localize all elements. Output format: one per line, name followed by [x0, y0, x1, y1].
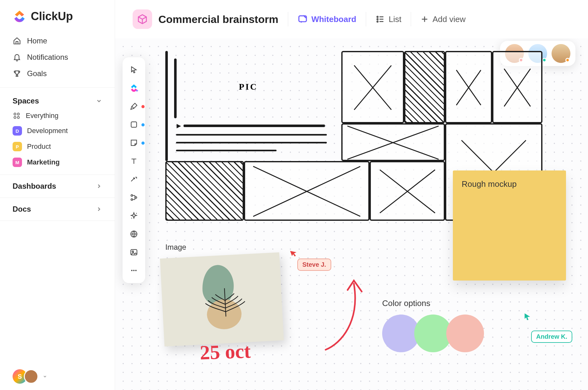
- space-product[interactable]: P Product: [0, 139, 115, 154]
- chevron-right-icon: [96, 183, 102, 189]
- space-everything[interactable]: Everything: [0, 109, 115, 123]
- space-label: Product: [27, 142, 51, 151]
- spaces-header[interactable]: Spaces: [0, 88, 115, 109]
- sidebar-item-home[interactable]: Home: [8, 33, 107, 49]
- nav-label: Docs: [13, 205, 31, 214]
- svg-point-15: [131, 195, 133, 196]
- nav-label: Dashboards: [13, 182, 56, 191]
- view-label: List: [389, 14, 401, 24]
- color-swatch[interactable]: [446, 315, 484, 352]
- plant-illustration: [199, 282, 251, 322]
- svg-point-6: [377, 19, 378, 20]
- nav-docs[interactable]: Docs: [0, 198, 115, 220]
- add-view-button[interactable]: Add view: [420, 14, 466, 24]
- view-list[interactable]: List: [376, 14, 401, 24]
- sidebar-item-notifications[interactable]: Notifications: [8, 49, 107, 65]
- space-label: Marketing: [27, 158, 60, 166]
- avatar: [24, 369, 38, 384]
- trophy-icon: [13, 69, 21, 78]
- space-badge: P: [13, 142, 22, 151]
- page-title: Commercial brainstorm: [158, 13, 278, 25]
- cursor-label-andrew: Andrew K.: [531, 331, 572, 343]
- sidebar-label: Home: [27, 36, 47, 45]
- tool-image[interactable]: [129, 247, 139, 257]
- tool-shape[interactable]: [129, 120, 139, 130]
- sidebar: ClickUp Home Notifications Goals: [0, 0, 115, 390]
- chevron-right-icon: [96, 206, 102, 212]
- presence-avatar[interactable]: [552, 44, 570, 63]
- brand-logo[interactable]: ClickUp: [0, 9, 115, 33]
- cursor-label-steve: Steve J.: [297, 259, 331, 271]
- svg-point-3: [17, 116, 19, 119]
- tool-sticky[interactable]: [129, 138, 139, 148]
- grid-dots-icon: [13, 112, 21, 120]
- tool-sparkle[interactable]: [129, 211, 139, 221]
- svg-text:+: +: [136, 88, 138, 92]
- home-icon: [13, 36, 21, 45]
- svg-point-7: [377, 21, 378, 22]
- whiteboard-canvas[interactable]: +: [115, 38, 588, 390]
- handwritten-date: 25 oct: [200, 339, 251, 365]
- svg-point-21: [131, 270, 132, 271]
- space-label: Everything: [26, 112, 58, 120]
- tool-text[interactable]: [129, 156, 139, 166]
- plus-icon: [420, 15, 429, 23]
- space-marketing[interactable]: M Marketing: [0, 154, 115, 170]
- view-label: Whiteboard: [311, 14, 356, 24]
- sidebar-item-goals[interactable]: Goals: [8, 65, 107, 82]
- svg-point-16: [135, 197, 137, 198]
- space-development[interactable]: D Development: [0, 123, 115, 139]
- sidebar-label: Notifications: [27, 53, 68, 62]
- svg-point-22: [133, 270, 135, 271]
- svg-point-1: [17, 113, 19, 115]
- tool-relationship[interactable]: [129, 192, 139, 203]
- tool-select[interactable]: [129, 65, 139, 75]
- svg-point-2: [14, 116, 16, 119]
- wireframe-pic-label: PIC: [239, 82, 258, 92]
- tool-more[interactable]: [129, 265, 139, 276]
- brand-name: ClickUp: [31, 10, 73, 23]
- image-label: Image: [165, 243, 186, 252]
- svg-point-5: [377, 16, 378, 18]
- document-icon-badge[interactable]: [133, 9, 152, 29]
- sticky-text: Rough mockup: [462, 179, 557, 189]
- svg-point-0: [14, 113, 16, 115]
- main: Commercial brainstorm Whiteboard List Ad…: [115, 0, 588, 390]
- sticky-note[interactable]: Rough mockup: [453, 170, 566, 281]
- clickup-logo-icon: [13, 9, 26, 23]
- cube-icon: [137, 14, 148, 25]
- tool-connector[interactable]: [129, 174, 139, 184]
- list-icon: [376, 14, 385, 24]
- cursor-icon: [523, 313, 531, 321]
- svg-point-20: [132, 251, 134, 252]
- space-label: Development: [27, 127, 68, 135]
- svg-point-17: [131, 199, 133, 200]
- space-badge: M: [13, 158, 22, 167]
- tool-clickup[interactable]: +: [129, 83, 139, 93]
- whiteboard-icon: [298, 14, 308, 24]
- image-placeholder[interactable]: [160, 252, 284, 347]
- chevron-down-icon: [43, 374, 47, 379]
- nav-dashboards[interactable]: Dashboards: [0, 175, 115, 198]
- tool-web[interactable]: [129, 229, 139, 239]
- svg-point-23: [135, 270, 136, 271]
- hand-drawn-arrow: [310, 271, 385, 353]
- tool-pen[interactable]: [129, 101, 139, 111]
- toolbox: +: [123, 57, 145, 283]
- user-footer[interactable]: S: [0, 369, 115, 384]
- spaces-title: Spaces: [13, 97, 39, 105]
- view-whiteboard[interactable]: Whiteboard: [298, 14, 356, 24]
- space-badge: D: [13, 126, 22, 136]
- color-options-label: Color options: [382, 298, 430, 308]
- topbar: Commercial brainstorm Whiteboard List Ad…: [115, 0, 588, 38]
- view-label: Add view: [432, 14, 466, 24]
- sidebar-label: Goals: [27, 69, 47, 78]
- svg-rect-14: [131, 122, 136, 127]
- bell-icon: [13, 53, 21, 62]
- color-swatches: [382, 315, 478, 352]
- chevron-down-icon: [96, 98, 102, 104]
